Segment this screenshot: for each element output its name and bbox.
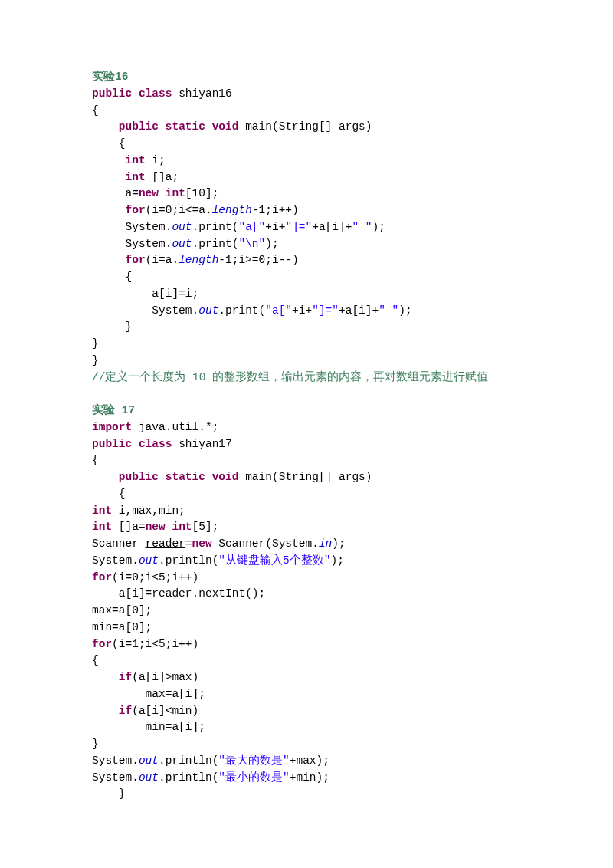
code-token: class	[139, 438, 172, 450]
code-token: int	[92, 521, 112, 533]
code-document: 实验16public class shiyan16{ public static…	[92, 69, 521, 803]
code-token: (i=a.	[146, 254, 179, 266]
code-token: in	[319, 538, 332, 550]
code-token: main(String[] args)	[238, 120, 372, 133]
code-token: (i=1;i<5;i++)	[112, 638, 198, 650]
code-line: int []a=new int[5];	[92, 519, 521, 536]
code-line: public class shiyan16	[92, 86, 521, 103]
code-token: class	[139, 87, 172, 100]
code-token: -1;i>=0;i--)	[218, 254, 298, 266]
code-token: length	[212, 204, 252, 216]
code-line: a[i]=reader.nextInt();	[92, 586, 521, 603]
code-token	[159, 187, 166, 199]
code-token: reader	[146, 538, 185, 550]
code-token: System.	[92, 554, 139, 567]
code-token: import	[92, 421, 132, 433]
code-token: .print(	[192, 221, 239, 233]
code-token	[92, 471, 119, 483]
code-token: +a[i]+	[339, 304, 379, 317]
code-line: System.out.print("\n");	[92, 236, 521, 253]
code-token: );	[398, 304, 411, 317]
code-line: System.out.println("最小的数是"+min);	[92, 770, 521, 787]
code-line: {	[92, 452, 521, 469]
code-line: public class shiyan17	[92, 436, 521, 453]
code-token	[92, 705, 119, 717]
code-line: for(i=0;i<5;i++)	[92, 570, 521, 587]
code-line: max=a[0];	[92, 603, 521, 620]
code-token: .print(	[192, 238, 239, 250]
code-token: {	[92, 454, 99, 466]
code-token: (a[i]>max)	[132, 671, 198, 683]
code-token: -1;i++)	[252, 204, 299, 216]
code-line: max=a[i];	[92, 686, 521, 703]
code-token: {	[92, 104, 99, 117]
code-token: int	[172, 521, 192, 533]
code-token: out	[139, 755, 159, 767]
code-token: out	[172, 238, 192, 250]
code-token: max=a[i];	[92, 688, 205, 700]
code-token: void	[212, 471, 239, 483]
code-token: public	[92, 87, 132, 100]
code-token	[159, 471, 166, 483]
code-token: }	[92, 321, 132, 333]
code-token: for	[92, 638, 112, 650]
code-token: System.	[92, 238, 172, 250]
code-token: System.	[92, 304, 198, 317]
code-token: +min);	[290, 771, 329, 784]
code-token: );	[332, 538, 345, 550]
code-line: System.out.print("a["+i+"]="+a[i]+" ");	[92, 219, 521, 236]
code-token: static	[166, 120, 205, 133]
code-token: void	[212, 120, 239, 133]
code-token: }	[92, 354, 99, 367]
code-token: );	[330, 554, 343, 567]
code-token: " "	[352, 221, 372, 233]
code-token: .print(	[218, 304, 265, 317]
code-line: }	[92, 736, 521, 753]
code-token	[92, 204, 126, 216]
code-token	[132, 87, 139, 100]
code-token: System.	[92, 755, 139, 767]
code-line: {	[92, 653, 521, 669]
section-title: 实验 17	[92, 403, 521, 419]
code-token: a[i]=reader.nextInt();	[92, 587, 265, 600]
code-token: main(String[] args)	[238, 471, 372, 483]
code-token: int	[126, 154, 146, 166]
code-token: out	[198, 304, 218, 317]
code-token: .println(	[159, 771, 218, 784]
code-token: }	[92, 787, 126, 800]
code-token	[92, 171, 126, 183]
code-line: for(i=a.length-1;i>=0;i--)	[92, 252, 521, 269]
code-token: for	[92, 571, 112, 584]
code-token: []a;	[146, 171, 179, 183]
code-token: shiyan16	[172, 87, 231, 100]
code-line: public static void main(String[] args)	[92, 119, 521, 136]
code-token: int	[126, 171, 146, 183]
code-token: a[i]=i;	[92, 288, 198, 300]
code-token: length	[179, 254, 218, 266]
code-token: for	[126, 204, 146, 216]
code-token: public	[119, 120, 159, 133]
code-token	[205, 471, 212, 483]
code-token: =	[185, 538, 192, 550]
code-token: }	[92, 337, 99, 350]
code-token: (i=0;i<=a.	[146, 204, 212, 216]
code-line: public static void main(String[] args)	[92, 469, 521, 486]
code-token: new	[146, 521, 166, 533]
code-line: {	[92, 136, 521, 153]
code-token	[92, 154, 126, 166]
code-token: " "	[379, 304, 398, 317]
code-token: );	[265, 238, 278, 250]
code-token: "]="	[285, 221, 312, 233]
code-token: []a=	[112, 521, 146, 533]
code-token	[132, 438, 139, 450]
code-token: [10];	[185, 187, 219, 199]
code-line: System.out.print("a["+i+"]="+a[i]+" ");	[92, 303, 521, 320]
code-token: max=a[0];	[92, 604, 152, 616]
code-token: if	[119, 671, 132, 683]
code-token: if	[119, 705, 132, 717]
code-token: .println(	[159, 554, 218, 567]
code-line: System.out.println("最大的数是"+max);	[92, 753, 521, 770]
code-token: "最小的数是"	[218, 771, 289, 784]
blank-line	[92, 386, 521, 403]
code-line: {	[92, 269, 521, 286]
